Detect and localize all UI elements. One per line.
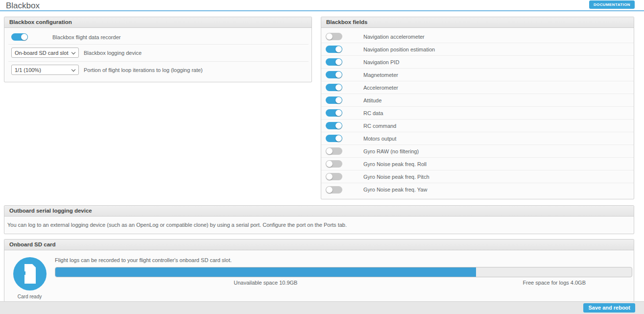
logging-rate-label: Portion of flight loop iterations to log…	[84, 67, 203, 73]
logging-device-select[interactable]: On-board SD card slot	[11, 48, 79, 58]
field-label: Navigation position estimation	[363, 47, 435, 52]
toggle-knob	[326, 33, 333, 40]
logging-device-select-wrap: On-board SD card slot	[11, 48, 79, 58]
field-toggle[interactable]	[326, 122, 342, 129]
toggle-knob	[326, 161, 333, 167]
toggle-knob	[335, 46, 342, 52]
onboard-sdcard-panel: Onboard SD card Card ready Flight logs c…	[4, 239, 634, 303]
field-label: RC command	[363, 123, 396, 129]
blackbox-recorder-row: Blackbox flight data recorder	[8, 30, 309, 45]
toggle-knob	[335, 84, 342, 91]
toggle-knob	[335, 135, 342, 142]
sd-card-note: Flight logs can be recorded to your flig…	[55, 257, 632, 263]
field-row: Motors output	[321, 132, 634, 145]
field-row: Navigation PID	[321, 56, 634, 69]
field-row: Gyro Noise peak freq. Roll	[321, 158, 634, 170]
field-row: RC command	[321, 120, 634, 132]
sd-free-space-label: Free space for logs 4.0GB	[477, 280, 632, 286]
field-label: Navigation accelerometer	[363, 34, 425, 40]
toggle-knob	[335, 72, 342, 78]
field-toggle[interactable]	[326, 71, 342, 78]
save-and-reboot-button[interactable]: Save and reboot	[583, 303, 635, 313]
field-row: Gyro Noise peak freq. Yaw	[321, 183, 634, 196]
field-label: RC data	[363, 110, 383, 116]
outboard-serial-panel: Outboard serial logging device You can l…	[4, 205, 634, 234]
field-toggle[interactable]	[326, 173, 342, 180]
blackbox-fields-header: Blackbox fields	[321, 17, 634, 28]
blackbox-recorder-label: Blackbox flight data recorder	[52, 34, 120, 40]
toggle-knob	[335, 122, 342, 129]
field-label: Magnetometer	[363, 72, 398, 78]
toggle-knob	[326, 173, 333, 180]
field-row: Attitude	[321, 94, 634, 107]
field-label: Gyro Noise peak freq. Roll	[363, 161, 427, 167]
sd-card-icon	[13, 257, 47, 290]
blackbox-fields-panel: Blackbox fields Navigation accelerometer…	[321, 17, 634, 199]
sd-unavailable-space-label: Unavailable space 10.9GB	[55, 280, 477, 286]
toggle-knob	[335, 97, 342, 103]
field-toggle[interactable]	[326, 58, 342, 66]
field-toggle[interactable]	[326, 97, 342, 104]
outboard-serial-note: You can log to an external logging devic…	[4, 217, 634, 234]
logging-rate-select[interactable]: 1/1 (100%)	[11, 65, 79, 75]
tab-content: Blackbox configuration Blackbox flight d…	[0, 11, 644, 303]
logging-device-label: Blackbox logging device	[84, 50, 142, 56]
field-toggle[interactable]	[326, 186, 342, 193]
field-row: Gyro Noise peak freq. Pitch	[321, 170, 634, 183]
field-row: Navigation position estimation	[321, 43, 634, 56]
field-label: Gyro Noise peak freq. Pitch	[363, 174, 429, 180]
documentation-button[interactable]: DOCUMENTATION	[589, 0, 635, 9]
sd-space-progressbar	[55, 267, 632, 277]
field-toggle[interactable]	[326, 46, 342, 53]
toggle-knob	[335, 59, 342, 65]
field-row: Navigation accelerometer	[321, 30, 634, 43]
toggle-knob	[326, 187, 333, 193]
field-toggle[interactable]	[326, 147, 342, 155]
outboard-serial-header: Outboard serial logging device	[4, 206, 634, 217]
field-toggle[interactable]	[326, 135, 342, 142]
field-label: Attitude	[363, 97, 382, 103]
sd-used-fill	[55, 267, 476, 277]
field-row: Magnetometer	[321, 69, 634, 81]
bottom-toolbar: Save and reboot	[0, 301, 644, 314]
blackbox-recorder-toggle[interactable]	[11, 33, 28, 41]
toggle-knob	[335, 110, 342, 116]
toggle-knob	[21, 34, 27, 40]
field-toggle[interactable]	[326, 109, 342, 117]
field-row: Gyro RAW (no filtering)	[321, 145, 634, 158]
field-label: Gyro RAW (no filtering)	[363, 148, 419, 154]
field-row: RC data	[321, 107, 634, 120]
field-label: Gyro Noise peak freq. Yaw	[363, 187, 427, 193]
blackbox-configuration-header: Blackbox configuration	[4, 17, 311, 28]
field-toggle[interactable]	[326, 84, 342, 91]
onboard-sdcard-header: Onboard SD card	[4, 240, 634, 250]
logging-rate-select-wrap: 1/1 (100%)	[11, 65, 79, 75]
blackbox-configuration-panel: Blackbox configuration Blackbox flight d…	[4, 17, 312, 82]
page-header: Blackbox DOCUMENTATION	[0, 0, 644, 11]
field-label: Motors output	[363, 136, 396, 142]
logging-rate-row: 1/1 (100%) Portion of flight loop iterat…	[8, 62, 309, 78]
sd-card-status: Card ready	[4, 294, 55, 299]
page-title: Blackbox	[0, 0, 644, 11]
field-label: Accelerometer	[363, 85, 398, 91]
blackbox-fields-list: Navigation accelerometerNavigation posit…	[321, 28, 634, 199]
logging-device-row: On-board SD card slot Blackbox logging d…	[8, 45, 309, 62]
field-label: Navigation PID	[363, 59, 399, 65]
field-toggle[interactable]	[326, 33, 342, 40]
field-row: Accelerometer	[321, 81, 634, 94]
field-toggle[interactable]	[326, 160, 342, 168]
toggle-knob	[326, 148, 333, 154]
